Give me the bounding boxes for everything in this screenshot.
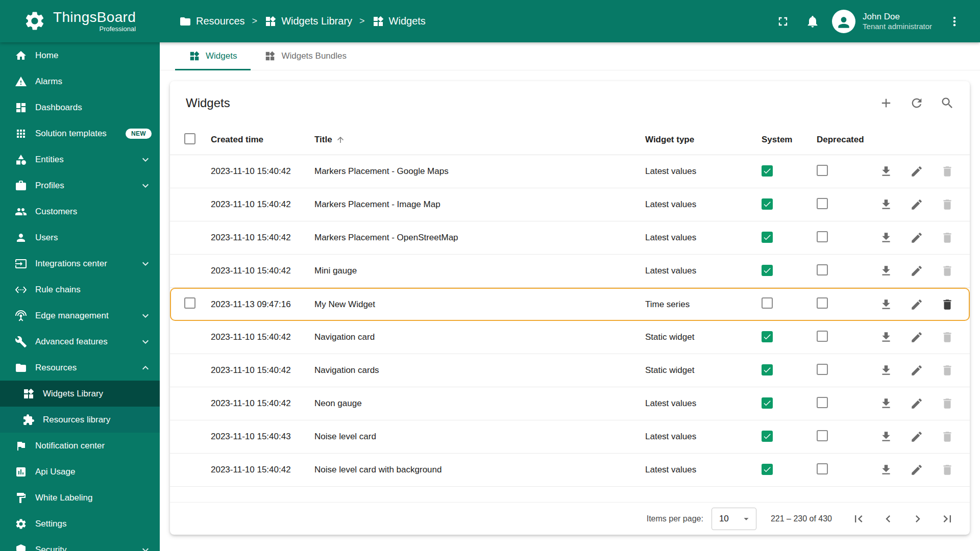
sidebar-item-label: Notification center bbox=[35, 441, 105, 451]
delete-icon bbox=[941, 298, 954, 311]
search-button[interactable] bbox=[935, 91, 960, 115]
first-page-button[interactable] bbox=[846, 507, 871, 531]
page-range-label: 221 – 230 of 430 bbox=[771, 514, 832, 523]
breadcrumb-item-widgets-library[interactable]: Widgets Library bbox=[264, 15, 352, 28]
user-info[interactable]: John Doe Tenant administrator bbox=[863, 11, 932, 32]
white-labeling-icon bbox=[15, 492, 27, 504]
column-header-deprecated[interactable]: Deprecated bbox=[814, 135, 874, 145]
notifications-button[interactable] bbox=[800, 9, 825, 34]
table-row[interactable]: 2023-11-10 15:40:42Markers Placement - I… bbox=[170, 188, 970, 221]
edit-button[interactable] bbox=[904, 259, 929, 283]
sidebar-item-entities[interactable]: Entities bbox=[0, 146, 160, 172]
breadcrumb-item-resources[interactable]: Resources bbox=[179, 15, 245, 28]
sidebar-item-customers[interactable]: Customers bbox=[0, 198, 160, 224]
edit-button[interactable] bbox=[904, 458, 929, 482]
edit-button[interactable] bbox=[904, 292, 929, 317]
sidebar-item-widgets-library[interactable]: Widgets Library bbox=[0, 381, 160, 407]
delete-button[interactable] bbox=[935, 292, 960, 317]
sidebar-item-home[interactable]: Home bbox=[0, 42, 160, 68]
chevron-down-icon bbox=[139, 310, 152, 322]
dashboards-icon bbox=[15, 102, 27, 114]
tab-label: Widgets Bundles bbox=[281, 51, 347, 61]
sidebar-item-solution-templates[interactable]: Solution templatesNEW bbox=[0, 120, 160, 146]
system-checkbox bbox=[762, 232, 773, 243]
delete-button bbox=[935, 159, 960, 184]
download-button[interactable] bbox=[874, 458, 898, 482]
avatar[interactable] bbox=[832, 10, 855, 33]
download-button[interactable] bbox=[874, 358, 898, 383]
column-header-system[interactable]: System bbox=[760, 135, 814, 145]
sidebar-item-edge-management[interactable]: Edge management bbox=[0, 303, 160, 329]
sidebar-item-notification-center[interactable]: Notification center bbox=[0, 433, 160, 459]
title-cell: Markers Placement - Image Map bbox=[314, 199, 645, 210]
row-checkbox[interactable] bbox=[184, 297, 195, 309]
edit-button[interactable] bbox=[904, 226, 929, 250]
items-per-page-select[interactable]: 10 bbox=[712, 508, 756, 530]
widget-type-cell: Latest values bbox=[645, 432, 760, 442]
sidebar-item-rule-chains[interactable]: Rule chains bbox=[0, 277, 160, 303]
download-button[interactable] bbox=[874, 424, 898, 449]
column-header-title[interactable]: Title bbox=[314, 135, 645, 145]
sidebar-item-label: Customers bbox=[35, 207, 77, 217]
download-button[interactable] bbox=[874, 325, 898, 349]
download-button[interactable] bbox=[874, 292, 898, 317]
sidebar-item-alarms[interactable]: Alarms bbox=[0, 68, 160, 94]
table-row[interactable]: 2023-11-10 15:40:42Markers Placement - O… bbox=[170, 221, 970, 255]
edit-icon bbox=[910, 430, 923, 443]
edit-button[interactable] bbox=[904, 192, 929, 217]
column-header-created-time[interactable]: Created time bbox=[211, 135, 314, 145]
download-button[interactable] bbox=[874, 391, 898, 416]
sidebar-item-users[interactable]: Users bbox=[0, 224, 160, 251]
table-row[interactable]: 2023-11-10 15:40:42Mini gaugeLatest valu… bbox=[170, 255, 970, 288]
sidebar-item-security[interactable]: Security bbox=[0, 537, 160, 551]
delete-button bbox=[935, 424, 960, 449]
download-icon bbox=[879, 331, 893, 344]
sidebar-item-api-usage[interactable]: Api Usage bbox=[0, 459, 160, 485]
add-widget-button[interactable] bbox=[874, 91, 898, 115]
title-cell: Navigation cards bbox=[314, 365, 645, 375]
page-title: Widgets bbox=[186, 96, 230, 110]
edit-button[interactable] bbox=[904, 391, 929, 416]
table-row[interactable]: 2023-11-10 15:40:43Noise level cardLates… bbox=[170, 420, 970, 454]
select-all-checkbox[interactable] bbox=[184, 133, 195, 144]
table-row[interactable]: 2023-11-13 09:47:16My New WidgetTime ser… bbox=[170, 288, 970, 321]
sidebar-item-integrations-center[interactable]: Integrations center bbox=[0, 251, 160, 277]
edit-button[interactable] bbox=[904, 159, 929, 184]
edit-icon bbox=[910, 463, 923, 477]
download-button[interactable] bbox=[874, 226, 898, 250]
sidebar-item-profiles[interactable]: Profiles bbox=[0, 172, 160, 198]
created-time-cell: 2023-11-10 15:40:42 bbox=[211, 233, 314, 243]
edit-button[interactable] bbox=[904, 424, 929, 449]
tab-widgets[interactable]: Widgets bbox=[175, 42, 251, 70]
next-page-button[interactable] bbox=[905, 507, 930, 531]
sidebar-item-dashboards[interactable]: Dashboards bbox=[0, 94, 160, 120]
table-row[interactable]: 2023-11-10 15:40:42Navigation cardStatic… bbox=[170, 321, 970, 354]
sidebar-item-white-labeling[interactable]: White Labeling bbox=[0, 485, 160, 511]
sidebar-item-settings[interactable]: Settings bbox=[0, 511, 160, 537]
tab-widgets-bundles[interactable]: Widgets Bundles bbox=[251, 42, 360, 70]
table-row[interactable]: 2023-11-10 15:40:42Neon gaugeLatest valu… bbox=[170, 387, 970, 420]
table-row[interactable]: 2023-11-10 15:40:42Noise level card with… bbox=[170, 454, 970, 487]
fullscreen-button[interactable] bbox=[771, 9, 795, 34]
sidebar-item-resources[interactable]: Resources bbox=[0, 355, 160, 381]
download-button[interactable] bbox=[874, 159, 898, 184]
more-menu-button[interactable] bbox=[942, 9, 967, 34]
check-icon bbox=[763, 266, 772, 275]
sidebar-item-advanced-features[interactable]: Advanced features bbox=[0, 329, 160, 355]
table-row[interactable]: 2023-11-10 15:40:42Markers Placement - G… bbox=[170, 155, 970, 188]
system-checkbox bbox=[762, 165, 773, 177]
last-page-button[interactable] bbox=[935, 507, 960, 531]
column-header-widget-type[interactable]: Widget type bbox=[645, 135, 760, 145]
refresh-button[interactable] bbox=[904, 91, 929, 115]
table-row[interactable]: 2023-11-10 15:40:42Navigation cardsStati… bbox=[170, 354, 970, 387]
edit-button[interactable] bbox=[904, 358, 929, 383]
edit-button[interactable] bbox=[904, 325, 929, 349]
download-button[interactable] bbox=[874, 259, 898, 283]
sidebar-item-resources-library[interactable]: Resources library bbox=[0, 407, 160, 433]
brand[interactable]: ThingsBoard Professional bbox=[0, 10, 160, 33]
edit-icon bbox=[910, 298, 923, 311]
breadcrumb-item-widgets[interactable]: Widgets bbox=[372, 15, 426, 28]
previous-page-button[interactable] bbox=[876, 507, 900, 531]
sidebar-item-label: Resources bbox=[35, 363, 77, 373]
download-button[interactable] bbox=[874, 192, 898, 217]
